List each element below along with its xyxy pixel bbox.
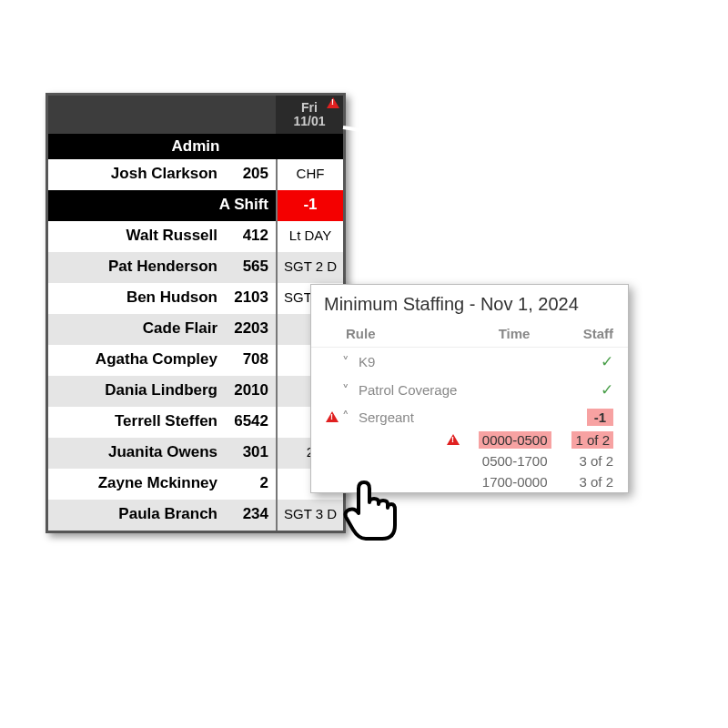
shift-value: -1 (276, 190, 343, 221)
person-number: 565 (225, 252, 276, 283)
time-range: 1700-0000 (482, 474, 548, 490)
popup-title: Minimum Staffing - Nov 1, 2024 (311, 285, 628, 322)
person-number: 6542 (225, 407, 276, 438)
person-row[interactable]: Paula Branch234SGT 3 D (48, 500, 343, 531)
header-row: Fri 11/01 (48, 96, 343, 134)
col-rule: Rule (326, 326, 464, 341)
date-label: 11/01 (276, 115, 343, 128)
check-icon: ✓ (601, 353, 613, 370)
person-name: Walt Russell (48, 221, 225, 252)
person-name: Zayne Mckinney (48, 469, 225, 500)
rule-detail-row: 0000-05001 of 2 (311, 430, 628, 450)
alert-icon (447, 434, 460, 445)
staff-ratio: 3 of 2 (579, 474, 613, 490)
person-number: 2103 (225, 283, 276, 314)
person-assignment: SGT 3 D (276, 500, 343, 531)
person-row[interactable]: Agatha Compley708 (48, 345, 343, 376)
alert-icon[interactable] (327, 97, 339, 111)
time-range: 0500-1700 (482, 453, 548, 469)
schedule-grid: Fri 11/01 AdminJosh Clarkson205CHFA Shif… (46, 93, 346, 533)
rule-name: Sergeant (359, 410, 464, 425)
rule-name: K9 (359, 354, 464, 369)
person-number: 412 (225, 221, 276, 252)
person-number: 234 (225, 500, 276, 531)
col-time: Time (464, 326, 564, 341)
person-number: 2010 (225, 376, 276, 407)
person-row[interactable]: Dania Lindberg2010 (48, 376, 343, 407)
person-row[interactable]: Ben Hudson2103SGT 1 D (48, 283, 343, 314)
person-number: 301 (225, 438, 276, 469)
staff-ratio: 1 of 2 (571, 431, 613, 449)
min-staffing-popup: Minimum Staffing - Nov 1, 2024 Rule Time… (310, 284, 629, 493)
person-number: 2 (225, 469, 276, 500)
rule-detail-row: 1700-00003 of 2 (311, 471, 628, 492)
person-name: Juanita Owens (48, 438, 225, 469)
person-row[interactable]: Cade Flair2203 (48, 314, 343, 345)
person-number: 205 (225, 159, 276, 190)
rule-row[interactable]: ˄Sergeant-1 (311, 404, 628, 430)
shift-row[interactable]: A Shift-1 (48, 190, 343, 221)
person-assignment: CHF (276, 159, 343, 190)
person-name: Cade Flair (48, 314, 225, 345)
rule-name: Patrol Coverage (359, 382, 464, 398)
staff-deficit: -1 (587, 409, 613, 426)
rule-row[interactable]: ˅K9✓ (311, 348, 628, 376)
col-staff: Staff (564, 326, 613, 341)
shift-name: A Shift (48, 190, 276, 221)
person-row[interactable]: Walt Russell412Lt DAY (48, 221, 343, 252)
section-label: Admin (48, 134, 343, 159)
person-name: Agatha Compley (48, 345, 225, 376)
person-name: Terrell Steffen (48, 407, 225, 438)
person-name: Dania Lindberg (48, 376, 225, 407)
header-spacer (48, 96, 276, 134)
person-name: Josh Clarkson (48, 159, 225, 190)
check-icon: ✓ (601, 381, 613, 399)
time-range: 0000-0500 (479, 431, 551, 449)
staff-ratio: 3 of 2 (579, 453, 613, 469)
rule-row[interactable]: ˅Patrol Coverage✓ (311, 376, 628, 404)
person-row[interactable]: Zayne Mckinney2 (48, 469, 343, 500)
person-row[interactable]: Pat Henderson565SGT 2 D (48, 252, 343, 283)
person-row[interactable]: Juanita Owens3012 (48, 438, 343, 469)
chevron-down-icon[interactable]: ˅ (342, 382, 359, 399)
chevron-down-icon[interactable]: ˅ (342, 354, 359, 370)
person-number: 708 (225, 345, 276, 376)
person-number: 2203 (225, 314, 276, 345)
person-name: Ben Hudson (48, 283, 225, 314)
popup-column-header: Rule Time Staff (311, 322, 628, 348)
person-assignment: SGT 2 D (276, 252, 343, 283)
date-header[interactable]: Fri 11/01 (276, 96, 343, 134)
person-name: Pat Henderson (48, 252, 225, 283)
alert-icon (326, 411, 339, 422)
person-row[interactable]: Josh Clarkson205CHF (48, 159, 343, 190)
person-assignment: Lt DAY (276, 221, 343, 252)
person-row[interactable]: Terrell Steffen6542 (48, 407, 343, 438)
person-name: Paula Branch (48, 500, 225, 531)
rule-detail-row: 0500-17003 of 2 (311, 450, 628, 471)
chevron-up-icon[interactable]: ˄ (342, 409, 359, 425)
